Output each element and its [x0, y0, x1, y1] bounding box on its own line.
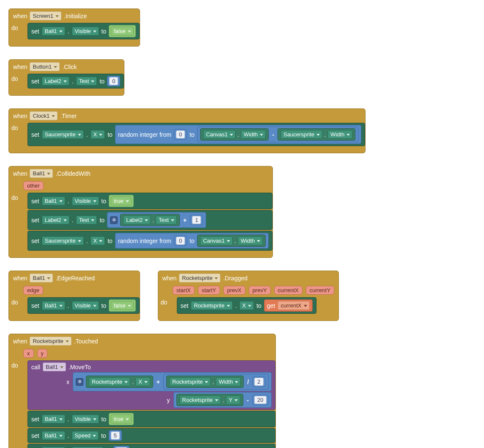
- set-label2-text-add[interactable]: set Label2 . Text to ✲ Label2 . Text + 1: [28, 210, 272, 230]
- component-dropdown[interactable]: Screen1: [30, 11, 61, 20]
- set-ball1-visible-true[interactable]: set Ball1 . Visible to true: [28, 193, 272, 209]
- set-label2-text[interactable]: set Label2 . Text to 0: [28, 74, 124, 88]
- set-ball1-speed[interactable]: set Ball1 . Speed to 5: [28, 428, 275, 443]
- add-op[interactable]: ✲ Label2 . Text + 1: [107, 212, 206, 228]
- param-starty[interactable]: startY: [198, 286, 220, 295]
- get-canvas1-width[interactable]: Canvas1 . Width: [200, 128, 269, 141]
- get-saucersprite-width[interactable]: Saucersprite . Width: [278, 128, 355, 141]
- sub-op[interactable]: Rocketsprite . Y - 20: [173, 392, 272, 408]
- get-label2-text[interactable]: Label2 . Text: [120, 214, 180, 226]
- set-ball1-heading[interactable]: set Ball1 . Heading to 90: [28, 444, 275, 448]
- component-dropdown[interactable]: Button1: [30, 62, 60, 71]
- subtract-op[interactable]: Canvas1 . Width - Saucersprite . Width: [197, 127, 358, 142]
- random-integer[interactable]: random integer from 0 to Canvas1 . Width: [115, 233, 269, 249]
- param-other[interactable]: other: [23, 181, 44, 190]
- param-currentx[interactable]: currentX: [274, 286, 302, 295]
- param-startx[interactable]: startX: [173, 286, 195, 295]
- get-rocketsprite-x[interactable]: Rocketsprite . X: [86, 376, 153, 388]
- param-currenty[interactable]: currentY: [306, 286, 334, 295]
- event-rocketsprite-dragged[interactable]: when Rocketsprite .Dragged startX startY…: [158, 271, 339, 321]
- mutator-gear-icon[interactable]: ✲: [76, 378, 83, 386]
- get-currentx[interactable]: get currentX: [264, 299, 313, 312]
- set-ball1-visible-true2[interactable]: set Ball1 . Visible to true: [28, 411, 275, 427]
- set-ball1-visible-false[interactable]: set Ball1 . Visible to false: [28, 297, 140, 314]
- call-ball1-moveto[interactable]: call Ball1 .MoveTo x ✲ Rocketsprite . X …: [28, 360, 275, 410]
- event-rocketsprite-touched[interactable]: when Rocketsprite .Touched x y do call B…: [8, 334, 276, 448]
- do-keyword: do: [9, 23, 28, 33]
- property-dropdown[interactable]: Visible: [72, 27, 99, 36]
- event-button1-click[interactable]: when Button1 .Click do set Label2 . Text…: [8, 59, 124, 96]
- event-ball1-collidedwith[interactable]: when Ball1 .CollidedWith other do set Ba…: [8, 166, 273, 258]
- blocks-workspace: when Screen1 .Initialize do set Ball1 . …: [8, 8, 476, 448]
- param-y[interactable]: y: [37, 349, 48, 358]
- random-integer[interactable]: random integer from 0 to Canvas1 . Width…: [115, 125, 361, 144]
- set-ball1-visible[interactable]: set Ball1 . Visible to false: [28, 23, 140, 39]
- get-rocketsprite-width[interactable]: Rocketsprite . Width: [166, 376, 244, 388]
- param-prevx[interactable]: prevX: [223, 286, 245, 295]
- event-ball1-edgereached[interactable]: when Ball1 .EdgeReached edge do set Ball…: [8, 271, 140, 321]
- add-op[interactable]: ✲ Rocketsprite . X + Rocketsprite . Widt…: [73, 372, 272, 391]
- div-op[interactable]: Rocketsprite . Width / 2: [163, 374, 269, 390]
- arg-x-label: x: [31, 379, 69, 385]
- component-dropdown[interactable]: Ball1: [42, 27, 65, 36]
- param-edge[interactable]: edge: [23, 286, 43, 295]
- event-screen1-initialize[interactable]: when Screen1 .Initialize do set Ball1 . …: [8, 8, 140, 47]
- get-canvas1-width[interactable]: Canvas1 . Width: [197, 235, 266, 247]
- param-prevy[interactable]: prevY: [249, 286, 271, 295]
- mutator-gear-icon[interactable]: ✲: [110, 216, 118, 224]
- when-keyword: when: [13, 13, 27, 19]
- get-rocketsprite-y[interactable]: Rocketsprite . Y: [176, 394, 244, 406]
- event-name: .Initialize: [64, 13, 87, 19]
- param-x[interactable]: x: [23, 349, 34, 358]
- set-saucersprite-x-rand[interactable]: set Saucersprite . X to random integer f…: [28, 231, 272, 251]
- set-rocketsprite-x[interactable]: set Rocketsprite . X to get currentX: [177, 297, 316, 314]
- event-clock1-timer[interactable]: when Clock1 .Timer do set Saucersprite .…: [8, 108, 366, 153]
- arg-y-label: y: [132, 397, 170, 404]
- set-saucersprite-x[interactable]: set Saucersprite . X to random integer f…: [28, 123, 365, 146]
- bool-false[interactable]: false: [109, 25, 135, 37]
- number-0[interactable]: 0: [107, 76, 120, 86]
